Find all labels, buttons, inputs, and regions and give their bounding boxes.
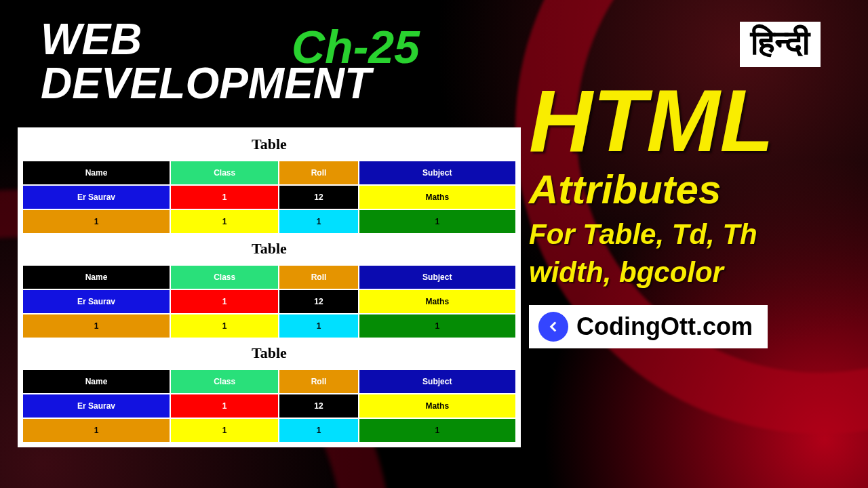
demo-table: NameClassRollSubjectEr Saurav112Maths111…	[22, 160, 517, 235]
brand-text: CodingOtt.com	[576, 312, 753, 341]
td-name: 1	[23, 314, 170, 338]
table-caption: Table	[22, 131, 517, 160]
brand-logo-icon	[538, 312, 568, 342]
td-roll: 1	[279, 210, 357, 233]
th-roll: Roll	[279, 370, 357, 393]
table-row: 1111	[23, 419, 515, 442]
brand-badge: CodingOtt.com	[529, 305, 768, 348]
topic-sub: Attributes	[529, 166, 841, 213]
td-subject: Maths	[359, 394, 515, 418]
td-subject: Maths	[359, 290, 515, 313]
table-row: NameClassRollSubject	[23, 266, 515, 289]
topic-line-2: width, bgcolor	[529, 256, 841, 289]
title-line-1: WEB	[41, 15, 142, 64]
td-roll: 1	[279, 419, 357, 442]
th-roll: Roll	[279, 266, 357, 289]
table-caption: Table	[22, 236, 517, 264]
td-subject: 1	[359, 314, 515, 338]
th-class: Class	[171, 370, 278, 393]
table-row: 1111	[23, 210, 515, 233]
table-block: TableNameClassRollSubjectEr Saurav112Mat…	[22, 236, 517, 339]
topic-big: HTML	[529, 81, 841, 161]
hindi-text: हिन्दी	[751, 24, 810, 62]
th-subject: Subject	[359, 370, 515, 393]
td-class: 1	[171, 314, 278, 338]
table-row: Er Saurav112Maths	[23, 394, 515, 418]
td-name: Er Saurav	[23, 394, 170, 418]
th-name: Name	[23, 370, 170, 393]
chapter-label: Ch-25	[292, 20, 420, 73]
td-class: 1	[171, 290, 278, 313]
td-name: 1	[23, 419, 170, 442]
td-roll: 1	[279, 314, 357, 338]
td-class: 1	[171, 419, 278, 442]
td-class: 1	[171, 394, 278, 418]
td-roll: 12	[279, 186, 357, 209]
th-class: Class	[171, 161, 278, 184]
td-name: Er Saurav	[23, 290, 170, 313]
table-caption: Table	[22, 340, 517, 369]
td-subject: 1	[359, 419, 515, 442]
table-row: NameClassRollSubject	[23, 161, 515, 184]
table-row: Er Saurav112Maths	[23, 186, 515, 209]
th-class: Class	[171, 266, 278, 289]
table-block: TableNameClassRollSubjectEr Saurav112Mat…	[22, 340, 517, 443]
right-column: HTML Attributes For Table, Td, Th width,…	[529, 81, 841, 348]
td-class: 1	[171, 210, 278, 233]
thumbnail-stage: WEB DEVELOPMENT Ch-25 हिन्दी HTML Attrib…	[0, 0, 868, 488]
td-roll: 12	[279, 394, 357, 418]
hindi-badge: हिन्दी	[740, 22, 821, 67]
table-row: Er Saurav112Maths	[23, 290, 515, 313]
tables-panel: TableNameClassRollSubjectEr Saurav112Mat…	[18, 127, 521, 447]
th-subject: Subject	[359, 266, 515, 289]
td-class: 1	[171, 186, 278, 209]
td-subject: Maths	[359, 186, 515, 209]
td-name: Er Saurav	[23, 186, 170, 209]
table-block: TableNameClassRollSubjectEr Saurav112Mat…	[22, 131, 517, 235]
demo-table: NameClassRollSubjectEr Saurav112Maths111…	[22, 264, 517, 339]
td-subject: 1	[359, 210, 515, 233]
topic-line-1: For Table, Td, Th	[529, 218, 841, 251]
table-row: 1111	[23, 314, 515, 338]
td-name: 1	[23, 210, 170, 233]
th-roll: Roll	[279, 161, 357, 184]
table-row: NameClassRollSubject	[23, 370, 515, 393]
th-name: Name	[23, 266, 170, 289]
td-roll: 12	[279, 290, 357, 313]
demo-table: NameClassRollSubjectEr Saurav112Maths111…	[22, 369, 517, 443]
th-name: Name	[23, 161, 170, 184]
th-subject: Subject	[359, 161, 515, 184]
